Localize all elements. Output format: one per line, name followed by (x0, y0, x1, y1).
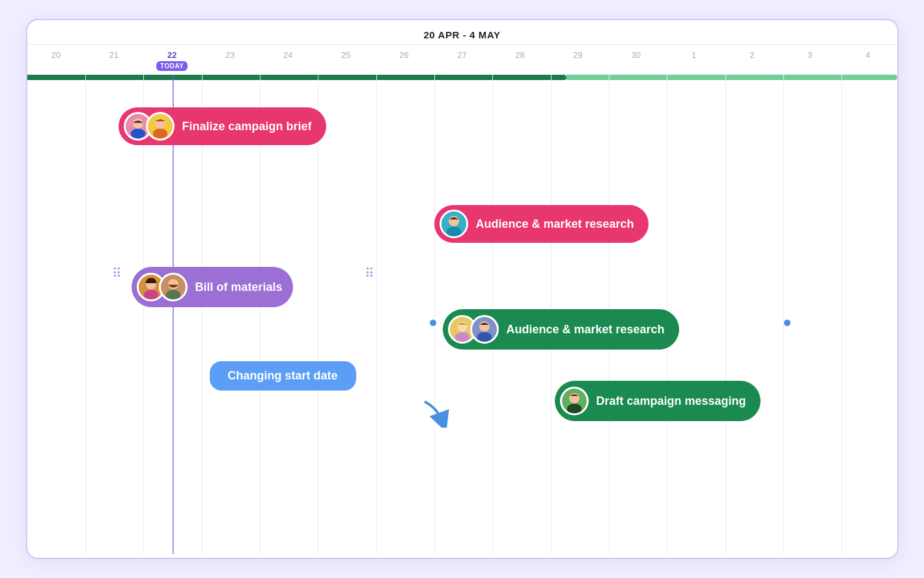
tooltip-arrow (418, 395, 451, 430)
vertical-grid-line (841, 75, 842, 554)
date-cell-22: 22TODAY (143, 45, 201, 74)
vertical-grid-line (143, 75, 144, 554)
task-avatars (448, 315, 499, 344)
svg-point-6 (152, 128, 167, 139)
vertical-grid-line (260, 75, 260, 554)
date-cell-29: 29 (549, 45, 607, 74)
task-avatars (137, 273, 188, 301)
vertical-grid-line (725, 75, 726, 554)
date-row: 202122TODAY23242526272829301234 (27, 45, 897, 75)
date-cell-26: 26 (375, 45, 433, 74)
task-label: Draft campaign messaging (596, 394, 746, 408)
drag-handle-left[interactable]: ⠿ (112, 266, 122, 281)
task-bill-of-materials[interactable]: Bill of materials (132, 267, 293, 307)
tooltip-label: Changing start date (228, 369, 338, 382)
vertical-grid-line (376, 75, 377, 554)
date-range-label: 20 APR - 4 MAY (423, 29, 500, 40)
vertical-grid-line (85, 75, 86, 554)
progress-bar-dark (27, 75, 567, 80)
date-cell-21: 21 (85, 45, 143, 74)
date-cell-3: 3 (781, 45, 839, 74)
avatar-man-beard (159, 273, 188, 301)
svg-point-3 (133, 118, 143, 129)
tooltip-changing-start-date: Changing start date (210, 361, 356, 391)
task-label: Finalize campaign brief (182, 120, 312, 133)
grid-area: Finalize campaign brief Audience & marke… (27, 75, 897, 554)
drag-handle-right[interactable]: ⠿ (365, 266, 374, 281)
task-avatars (440, 210, 468, 238)
task-label: Audience & market research (476, 217, 634, 231)
date-cell-23: 23 (201, 45, 259, 74)
today-vertical-line (173, 75, 174, 554)
task-avatars (124, 112, 175, 141)
vertical-grid-line (434, 75, 435, 554)
task-finalize-campaign[interactable]: Finalize campaign brief (119, 107, 326, 145)
svg-point-19 (168, 279, 178, 290)
avatar-man-yellow (146, 112, 175, 141)
gantt-chart: 20 APR - 4 MAY 202122TODAY23242526272829… (26, 19, 899, 559)
avatar-man-teal (440, 210, 468, 238)
vertical-grid-line (318, 75, 318, 554)
task-audience-research-2[interactable]: Audience & market research (443, 309, 679, 350)
vertical-grid-line (783, 75, 784, 554)
date-cell-25: 25 (317, 45, 375, 74)
task-label: Audience & market research (507, 323, 665, 337)
date-cell-2: 2 (723, 45, 781, 74)
avatar-man-green (560, 387, 589, 415)
svg-point-2 (130, 128, 145, 139)
date-cell-24: 24 (259, 45, 317, 74)
vertical-grid-line (202, 75, 203, 554)
task-audience-research-1[interactable]: Audience & market research (434, 205, 649, 243)
resize-dot-right[interactable] (784, 320, 791, 326)
date-cell-27: 27 (433, 45, 491, 74)
avatar-man-casual (470, 315, 499, 344)
resize-dot-left[interactable] (430, 320, 436, 326)
task-draft-campaign[interactable]: Draft campaign messaging (555, 381, 761, 421)
date-cell-30: 30 (607, 45, 665, 74)
date-cell-1: 1 (665, 45, 723, 74)
task-avatars (560, 387, 589, 415)
date-cell-20: 20 (27, 45, 85, 74)
date-cell-28: 28 (491, 45, 549, 74)
progress-bar-light (567, 75, 897, 80)
date-cell-4: 4 (839, 45, 897, 74)
date-range-header: 20 APR - 4 MAY (27, 20, 897, 45)
task-label: Bill of materials (195, 281, 283, 294)
